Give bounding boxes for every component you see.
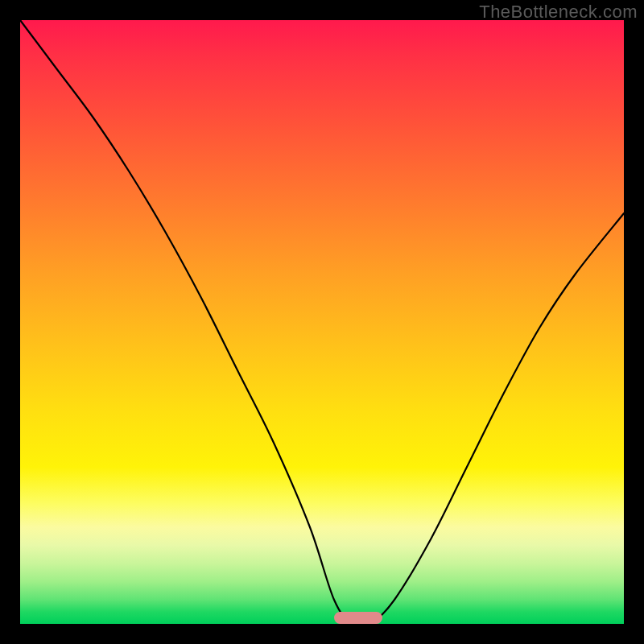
watermark-text: TheBottleneck.com <box>479 2 638 23</box>
bottleneck-curve <box>20 20 624 627</box>
chart-frame: TheBottleneck.com <box>0 0 644 644</box>
plot-area <box>20 20 624 624</box>
optimal-range-marker <box>334 612 382 624</box>
curve-svg <box>20 20 624 624</box>
